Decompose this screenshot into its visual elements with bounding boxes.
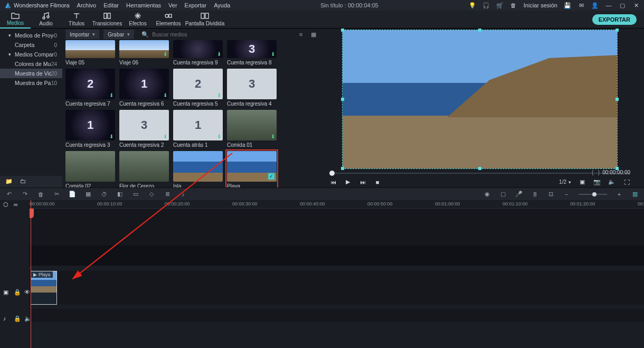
playhead[interactable] (31, 200, 31, 348)
download-icon[interactable]: ⬇ (109, 92, 113, 98)
media-thumb[interactable]: Comida 02 (65, 151, 115, 187)
login-link[interactable]: Iniciar sesión (524, 2, 557, 8)
timeline-ruler[interactable]: 00:00:00:0000:00:10:0000:00:20:0000:00:3… (30, 200, 644, 209)
track-empty-2[interactable] (30, 246, 644, 266)
zoom-slider[interactable] (579, 194, 607, 195)
preview-zoom-dropdown[interactable]: 1/2 (559, 179, 571, 185)
crop-icon[interactable]: ▦ (84, 191, 92, 198)
lock-icon[interactable]: 🔒 (14, 289, 20, 295)
media-thumb[interactable]: Isla (173, 151, 223, 187)
play-icon[interactable]: ▶ (344, 178, 352, 186)
quality-icon[interactable]: ▣ (579, 178, 586, 186)
track-video-1[interactable]: ▶ Playa (30, 271, 644, 305)
menu-exportar[interactable]: Exportar (185, 2, 207, 8)
preview-scrubber[interactable]: { } 00:00:00:00 (325, 169, 634, 177)
track-empty-1[interactable] (30, 209, 644, 246)
download-icon[interactable]: ⬇ (163, 134, 167, 139)
magnet-icon[interactable]: ⬡ (3, 201, 10, 208)
download-icon[interactable]: ⬇ (163, 51, 167, 57)
menu-herramientas[interactable]: Herramientas (126, 2, 161, 8)
media-thumb[interactable]: 3⬇Cuenta regresiva 8 (227, 40, 277, 65)
tab-effects[interactable]: Efectos (122, 11, 153, 29)
close-icon[interactable]: ✕ (632, 2, 640, 9)
media-thumb[interactable]: ✓Playa (227, 151, 277, 187)
menu-archivo[interactable]: Archivo (77, 2, 97, 8)
timeline-settings-icon[interactable]: ▥ (631, 191, 639, 198)
cart-icon[interactable]: 🛒 (496, 2, 504, 9)
stop-icon[interactable]: ■ (374, 178, 381, 186)
track-audio-1[interactable] (30, 309, 644, 322)
green-screen-icon[interactable]: ▭ (132, 191, 139, 198)
sidebar-sample-video[interactable]: Muestra de Video 20 (0, 69, 62, 78)
media-thumb[interactable]: 3⬇Cuenta regresiva 2 (119, 110, 169, 148)
sidebar-project-media[interactable]: ▾ Medios de Proyecto 0 (0, 31, 62, 40)
sidebar-folder[interactable]: Carpeta 0 (0, 40, 62, 50)
sidebar-sample-colors[interactable]: Colores de Muestra 24 (0, 59, 62, 69)
next-frame-icon[interactable]: ⏭ (359, 178, 366, 186)
media-thumb[interactable]: 3Cuenta regresiva 4 (227, 69, 277, 107)
download-icon[interactable]: ⬇ (163, 92, 167, 98)
fullscreen-icon[interactable]: ⛶ (623, 178, 630, 186)
copy-icon[interactable]: 📄 (69, 191, 76, 198)
menu-ayuda[interactable]: Ayuda (214, 2, 230, 8)
tab-transitions[interactable]: Transiciones (92, 11, 122, 29)
media-thumb[interactable]: 1⬇Cuenta atrás 1 (173, 110, 223, 148)
bulb-icon[interactable]: 💡 (469, 2, 476, 9)
headset-icon[interactable]: 🎧 (482, 2, 490, 9)
record-dropdown[interactable]: Grabar (103, 30, 134, 39)
menu-ver[interactable]: Ver (168, 2, 177, 8)
timeline-body[interactable]: 00:00:00:0000:00:10:0000:00:20:0000:00:3… (30, 200, 644, 348)
mute-icon[interactable]: 🔈 (608, 178, 615, 186)
tab-titles[interactable]: Títulos (61, 11, 92, 29)
tab-elements[interactable]: Elementos (153, 11, 184, 29)
link-icon[interactable]: ∞ (14, 201, 20, 208)
folder-icon[interactable]: 🗀 (20, 178, 27, 185)
media-thumb[interactable]: 2⬇Cuenta regresiva 7 (65, 69, 115, 107)
lock-icon[interactable]: 🔒 (14, 315, 20, 322)
media-thumb[interactable]: ⬇Cuenta regresiva 9 (173, 40, 223, 65)
delete-icon[interactable]: 🗑 (37, 191, 44, 198)
download-icon[interactable]: ⬇ (109, 134, 113, 139)
media-grid-scroll[interactable]: Viaje 05⬇Viaje 06⬇Cuenta regresiva 93⬇Cu… (62, 40, 321, 187)
media-thumb[interactable]: 1⬇Cuenta regresiva 6 (119, 69, 169, 107)
undo-icon[interactable]: ↶ (5, 191, 13, 198)
export-button[interactable]: EXPORTAR (592, 14, 637, 25)
audio-beat-icon[interactable]: ♪ (179, 191, 187, 198)
download-icon[interactable]: ⬇ (217, 134, 221, 139)
sidebar-shared-media[interactable]: ▾ Medios Compartidos 0 (0, 50, 62, 59)
menu-editar[interactable]: Editar (103, 2, 119, 8)
track-icon[interactable]: ≣ (164, 191, 171, 198)
tab-audio[interactable]: Audio (31, 11, 61, 29)
mail-icon[interactable]: ✉ (577, 2, 585, 9)
video-track-icon[interactable]: ▣ (3, 289, 10, 295)
minimize-icon[interactable]: — (605, 2, 612, 9)
scrubber-knob[interactable] (329, 171, 335, 176)
clip-playa[interactable]: ▶ Playa (31, 271, 57, 305)
zoom-in-icon[interactable]: + (615, 191, 623, 198)
maximize-icon[interactable]: ▢ (619, 2, 626, 9)
playhead-head[interactable] (30, 209, 34, 218)
download-icon[interactable]: ⬇ (271, 134, 275, 139)
sidebar-sample-screen[interactable]: Muestra de Pantalla V 10 (0, 78, 62, 88)
redo-icon[interactable]: ↷ (21, 191, 29, 198)
download-icon[interactable]: ⬇ (217, 92, 221, 98)
filter-icon[interactable]: ≡ (297, 30, 305, 39)
speed-icon[interactable]: ⏱ (100, 191, 108, 198)
marker-icon[interactable]: ◉ (484, 191, 491, 198)
media-thumb[interactable]: Viaje 05 (65, 40, 115, 65)
keyframe-icon[interactable]: ◇ (148, 191, 155, 198)
download-icon[interactable]: ⬇ (271, 51, 275, 57)
zoom-fit-icon[interactable]: ⊡ (547, 191, 554, 198)
cut-icon[interactable]: ✂ (53, 191, 60, 198)
media-thumb[interactable]: Flor de Cerezo (119, 151, 169, 187)
trash-icon[interactable]: 🗑 (510, 2, 517, 9)
prev-frame-icon[interactable]: ⏮ (329, 178, 337, 186)
grid-view-icon[interactable]: ▦ (309, 30, 318, 39)
media-thumb[interactable]: ⬇Comida 01 (227, 110, 277, 148)
user-icon[interactable]: 👤 (591, 2, 599, 9)
download-icon[interactable]: ⬇ (217, 51, 221, 57)
search-input[interactable] (152, 32, 289, 37)
media-thumb[interactable]: 2⬇Cuenta regresiva 5 (173, 69, 223, 107)
save-icon[interactable]: 💾 (564, 2, 571, 9)
tab-split-screen[interactable]: Pantalla Dividida (184, 11, 226, 29)
